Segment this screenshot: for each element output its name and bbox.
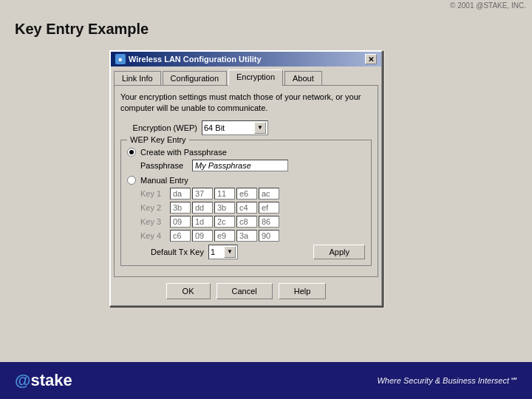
dialog-body: Your encryption settings must match thos… [114,85,378,277]
key3-field5[interactable] [259,216,279,228]
key2-field1[interactable] [170,202,191,214]
default-tx-value: 1 [211,248,224,256]
key4-field3[interactable] [214,230,235,242]
key-row-1: Key 1 [140,188,365,200]
key3-field4[interactable] [236,216,257,228]
ok-button[interactable]: OK [166,283,211,299]
key-row-2: Key 2 [140,202,365,214]
apply-button[interactable]: Apply [313,245,365,259]
radio-manual-row[interactable]: Manual Entry [127,176,365,185]
tab-bar: Link Info Configuration Encryption About [111,66,381,85]
key4-field4[interactable] [236,230,257,242]
tagline: Where Security & Business Intersect℠ [377,376,517,386]
logo: @stake [15,371,72,390]
key2-label: Key 2 [140,203,170,212]
titlebar-left: ■ Wireless LAN Configuration Utility [115,54,262,64]
key1-field5[interactable] [259,188,279,200]
passphrase-row: Passphrase [140,160,365,171]
encryption-dropdown[interactable]: 64 Bit ▼ [202,120,268,135]
dialog-titlebar: ■ Wireless LAN Configuration Utility ✕ [111,52,381,66]
dialog-window: ■ Wireless LAN Configuration Utility ✕ L… [109,50,383,307]
radio-passphrase[interactable] [127,148,136,157]
tab-about[interactable]: About [284,71,322,85]
key1-field4[interactable] [236,188,257,200]
tab-link-info[interactable]: Link Info [114,71,161,85]
key2-field4[interactable] [236,202,257,214]
default-tx-dropdown[interactable]: 1 ▼ [208,245,238,259]
app-icon: ■ [115,54,126,64]
dialog-title: Wireless LAN Configuration Utility [129,55,262,64]
radio-manual-label: Manual Entry [140,176,188,185]
key3-field3[interactable] [214,216,235,228]
key2-field2[interactable] [192,202,213,214]
group-legend: WEP Key Entry [127,135,189,144]
help-button[interactable]: Help [279,283,327,299]
key3-label: Key 3 [140,217,170,226]
tab-configuration[interactable]: Configuration [163,71,227,85]
logo-at: @ [15,371,30,389]
default-tx-label: Default Tx Key [127,248,208,256]
default-tx-row: Default Tx Key 1 ▼ Apply [127,245,365,259]
dialog-buttons: OK Cancel Help [111,280,381,305]
key3-field2[interactable] [192,216,213,228]
tab-encryption[interactable]: Encryption [228,69,283,86]
encryption-value: 64 Bit [204,123,254,132]
key4-field1[interactable] [170,230,191,242]
radio-passphrase-row[interactable]: Create with Passphrase [127,148,365,157]
wep-group: WEP Key Entry Create with Passphrase Pas… [120,140,372,266]
encryption-row: Encryption (WEP) 64 Bit ▼ [120,120,372,135]
warning-text: Your encryption settings must match thos… [120,92,372,115]
copyright-bar: © 2001 @STAKE, INC. [0,0,532,11]
default-tx-arrow[interactable]: ▼ [224,246,236,258]
key-row-3: Key 3 [140,216,365,228]
key1-label: Key 1 [140,189,170,198]
cancel-button[interactable]: Cancel [216,283,273,299]
key-row-4: Key 4 [140,230,365,242]
key4-field2[interactable] [192,230,213,242]
radio-manual[interactable] [127,176,136,185]
encryption-label: Encryption (WEP) [120,123,202,132]
key1-field3[interactable] [214,188,235,200]
dropdown-arrow[interactable]: ▼ [254,122,266,134]
page-title: Key Entry Example [15,21,149,38]
passphrase-label: Passphrase [140,161,192,170]
key3-field1[interactable] [170,216,191,228]
close-button[interactable]: ✕ [365,54,377,64]
bottom-bar: @stake Where Security & Business Interse… [0,362,532,399]
passphrase-input[interactable] [192,160,288,171]
radio-passphrase-label: Create with Passphrase [140,148,227,157]
key4-label: Key 4 [140,231,170,240]
key1-field1[interactable] [170,188,191,200]
logo-stake: stake [30,371,72,389]
key4-field5[interactable] [259,230,279,242]
copyright-text: © 2001 @STAKE, INC. [450,1,526,10]
key-rows: Key 1 Key 2 Ke [127,188,365,242]
key1-field2[interactable] [192,188,213,200]
key2-field5[interactable] [259,202,279,214]
key2-field3[interactable] [214,202,235,214]
